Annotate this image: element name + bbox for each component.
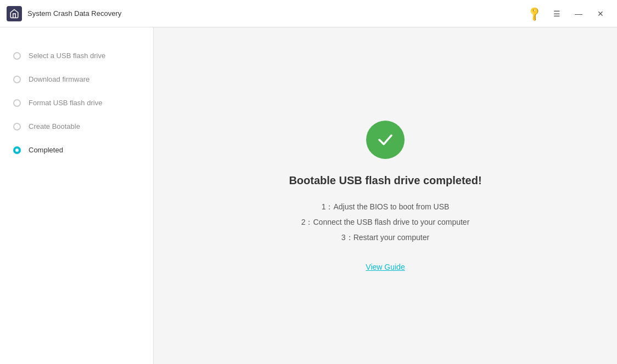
success-icon-wrapper — [366, 121, 405, 159]
main-content: Bootable USB flash drive completed! 1：Ad… — [154, 27, 617, 364]
step-dot-select-usb — [13, 52, 21, 60]
window-controls: 🔑 ☰ — ✕ — [525, 4, 610, 24]
step-num-1: 1： — [322, 202, 334, 211]
step-dot-create-bootable — [13, 123, 21, 130]
titlebar: System Crash Data Recovery 🔑 ☰ — ✕ — [0, 0, 617, 27]
step-num-3: 3： — [341, 233, 354, 242]
instructions-list: 1：Adjust the BIOS to boot from USB 2：Con… — [301, 202, 470, 243]
step-dot-format-usb — [13, 99, 21, 107]
sidebar-item-download-firmware[interactable]: Download firmware — [0, 67, 153, 91]
key-button[interactable]: 🔑 — [525, 4, 545, 24]
close-button[interactable]: ✕ — [591, 4, 610, 24]
completed-title: Bootable USB flash drive completed! — [289, 174, 481, 187]
key-icon: 🔑 — [526, 5, 543, 22]
instruction-text-2: Connect the USB flash drive to your comp… — [313, 218, 469, 226]
menu-icon: ☰ — [553, 9, 560, 18]
sidebar-item-create-bootable[interactable]: Create Bootable — [0, 115, 153, 138]
instruction-2: 2：Connect the USB flash drive to your co… — [301, 218, 470, 228]
checkmark-icon — [375, 130, 395, 150]
step-dot-download-firmware — [13, 76, 21, 83]
instruction-1: 1：Adjust the BIOS to boot from USB — [322, 202, 450, 212]
instruction-text-3: Restart your computer — [354, 233, 430, 242]
sidebar-label-completed: Completed — [29, 146, 63, 154]
close-icon: ✕ — [597, 9, 604, 18]
sidebar-label-format-usb: Format USB flash drive — [29, 99, 102, 107]
sidebar-label-create-bootable: Create Bootable — [29, 122, 80, 130]
step-dot-completed — [13, 146, 21, 154]
sidebar-label-download-firmware: Download firmware — [29, 75, 89, 83]
view-guide-button[interactable]: View Guide — [366, 263, 405, 271]
sidebar-item-completed[interactable]: Completed — [0, 138, 153, 162]
app-logo — [7, 6, 22, 21]
sidebar: Select a USB flash drive Download firmwa… — [0, 27, 154, 364]
app-body: Select a USB flash drive Download firmwa… — [0, 27, 617, 364]
sidebar-item-select-usb[interactable]: Select a USB flash drive — [0, 44, 153, 67]
app-title: System Crash Data Recovery — [27, 9, 525, 18]
sidebar-item-format-usb[interactable]: Format USB flash drive — [0, 91, 153, 115]
sidebar-label-select-usb: Select a USB flash drive — [29, 52, 105, 60]
instruction-text-1: Adjust the BIOS to boot from USB — [333, 202, 449, 211]
minimize-icon: — — [575, 9, 582, 18]
instruction-3: 3：Restart your computer — [341, 233, 429, 243]
minimize-button[interactable]: — — [569, 4, 588, 24]
step-num-2: 2： — [301, 218, 313, 226]
menu-button[interactable]: ☰ — [547, 4, 566, 24]
